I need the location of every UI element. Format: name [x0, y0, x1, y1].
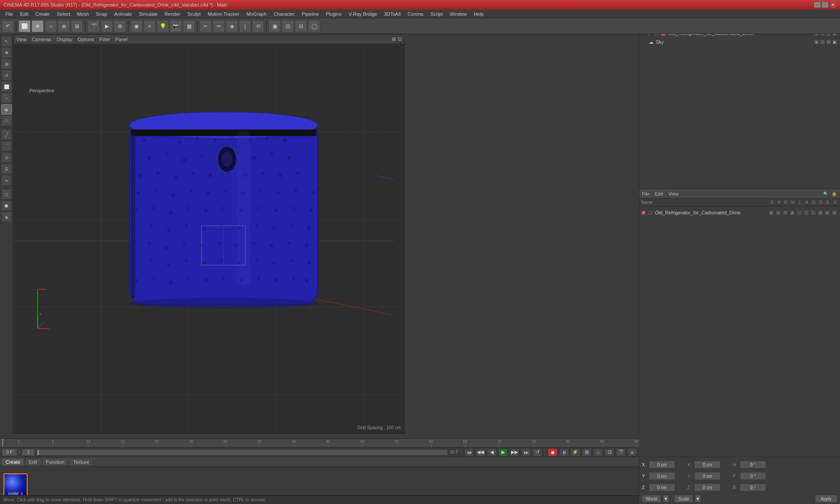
attr-icon-a[interactable]: ↑ [803, 210, 809, 216]
loop-btn[interactable]: ⟲ [252, 20, 264, 32]
tool-sculpt2[interactable]: ⬢ [1, 200, 12, 211]
frame-input[interactable] [2, 449, 17, 456]
xray-btn[interactable]: ⊡ [282, 20, 294, 32]
om-sky-icon2[interactable]: ○ [820, 39, 825, 45]
material-thumbnail[interactable]: cooler_c [4, 473, 28, 497]
object-item-sky[interactable]: ☁ Sky ● ○ ✓ ▶ [640, 38, 839, 46]
close-button[interactable]: ✕ [830, 2, 836, 8]
menu-item-file[interactable]: File [2, 10, 17, 18]
menu-item-plugins[interactable]: Plugins [322, 10, 345, 18]
viewport-canvas[interactable]: Perspective [14, 44, 404, 434]
floor-btn[interactable]: ▦ [183, 20, 195, 32]
attr-icon-r[interactable]: T [782, 210, 788, 216]
timeline-tick-20[interactable]: 20 [154, 439, 159, 447]
menu-item-help[interactable]: Help [470, 10, 487, 18]
render-settings-btn[interactable]: ⚙ [114, 20, 126, 32]
viewport-menu-filter[interactable]: Filter [99, 37, 110, 42]
viewport-menu-options[interactable]: Options [77, 37, 94, 42]
timeline-playhead[interactable] [2, 439, 3, 447]
timeline-tick-25[interactable]: 25 [189, 439, 193, 447]
timeline-tick-45[interactable]: 45 [326, 439, 330, 447]
om-sky-checkmark[interactable]: ✓ [826, 39, 831, 45]
menu-item-mesh[interactable]: Mesh [74, 10, 92, 18]
frame-step-input[interactable] [22, 449, 35, 456]
coord-x-input[interactable] [649, 461, 675, 469]
attr-icon-e[interactable]: D [824, 210, 830, 216]
knife-btn[interactable]: | [239, 20, 251, 32]
attr-icon-s[interactable]: ● [768, 210, 774, 216]
live-select-btn[interactable]: ⬜ [18, 20, 31, 32]
menu-item-script[interactable]: Script [427, 10, 446, 18]
am-menu-file[interactable]: File [642, 191, 650, 196]
coord-z2-input[interactable] [694, 483, 721, 491]
menu-item-snap[interactable]: Snap [92, 10, 111, 18]
timeline-scrubber[interactable] [37, 449, 448, 455]
timeline-area[interactable]: 051015202530354045505560657075808590 [0, 438, 639, 447]
timeline-tick-30[interactable]: 30 [223, 439, 228, 447]
pb-step-back[interactable]: ◀◀ [476, 448, 485, 456]
maximize-button[interactable]: □ [822, 2, 829, 8]
minimize-button[interactable]: ─ [814, 2, 821, 8]
am-menu-edit[interactable]: Edit [655, 191, 663, 196]
coord-x2-input[interactable] [694, 461, 721, 469]
menu-item-render[interactable]: Render [161, 10, 184, 18]
menu-item-simulate[interactable]: Simulate [135, 10, 161, 18]
scale2-btn[interactable]: ⊞ [71, 20, 83, 32]
attr-icon-d[interactable]: G [817, 210, 823, 216]
viewport-menu-display[interactable]: Display [56, 37, 72, 42]
am-lock-icon[interactable]: 🔒 [830, 190, 837, 197]
am-search-icon[interactable]: 🔍 [822, 190, 829, 197]
tool-scale2[interactable]: S [1, 164, 12, 174]
timeline-tick-85[interactable]: 85 [600, 439, 605, 447]
pb-mode7[interactable]: 🎬 [616, 448, 626, 456]
pb-mode2[interactable]: ⏸ [559, 448, 569, 456]
coord-p-input[interactable] [740, 472, 766, 480]
pb-mode4[interactable]: ⊞ [582, 448, 592, 456]
obj-btn[interactable]: ◉ [130, 20, 143, 32]
attr-icon-v[interactable]: ≡ [775, 210, 781, 216]
sculpt-btn[interactable]: ◈ [226, 20, 238, 32]
pb-goto-end[interactable]: ⏭ [521, 448, 531, 456]
pb-step-forward[interactable]: ▶▶ [510, 448, 519, 456]
display-btn[interactable]: ▣ [269, 20, 281, 32]
pb-mode3[interactable]: ⚡ [570, 448, 580, 456]
light-btn[interactable]: 💡 [157, 20, 169, 32]
attr-icon-l[interactable]: → [796, 210, 802, 216]
pb-loop[interactable]: ↺ [532, 448, 542, 456]
light2-btn[interactable]: ◯ [308, 20, 320, 32]
world-button[interactable]: World [642, 495, 661, 503]
undo-button[interactable]: ↶ [2, 20, 14, 32]
attr-icon-x[interactable]: X [831, 210, 837, 216]
viewport-menu-panel[interactable]: Panel [116, 37, 128, 42]
timeline-tick-75[interactable]: 75 [532, 439, 536, 447]
tool-sculpt1[interactable]: ⬡ [1, 189, 12, 200]
viewport-expand-icon[interactable]: ⊞ [392, 36, 396, 42]
tool-rotate[interactable]: ↺ [1, 70, 12, 80]
tool-live-select[interactable]: ◉ [1, 104, 12, 115]
tool-spline[interactable]: ∿ [1, 175, 12, 186]
coord-b-input[interactable] [740, 483, 766, 491]
timeline-tick-15[interactable]: 15 [120, 439, 125, 447]
timeline-tick-10[interactable]: 10 [86, 439, 91, 447]
pb-play-back[interactable]: ◀ [487, 448, 497, 456]
viewport-menu-cameras[interactable]: Cameras [32, 37, 52, 42]
timeline-tick-5[interactable]: 5 [52, 439, 54, 447]
scale-button[interactable]: Scale [674, 495, 693, 503]
pb-mode1[interactable]: ⏺ [548, 448, 557, 456]
coord-z-input[interactable] [649, 483, 675, 491]
menu-item-sculpt[interactable]: Sculpt [184, 10, 204, 18]
menu-item-corona[interactable]: Corona [404, 10, 427, 18]
timeline-tick-90[interactable]: 90 [634, 439, 639, 447]
rotate-btn[interactable]: ⊕ [58, 20, 70, 32]
attr-icon-m[interactable]: A [789, 210, 795, 216]
timeline-tick-80[interactable]: 80 [566, 439, 570, 447]
menu-item-motion-tracker[interactable]: Motion Tracker [204, 10, 243, 18]
pb-mode6[interactable]: ⊡ [605, 448, 614, 456]
menu-item-create[interactable]: Create [32, 10, 53, 18]
render-btn[interactable]: ▶ [101, 20, 113, 32]
am-menu-view[interactable]: View [668, 191, 679, 196]
menu-item-animate[interactable]: Animate [111, 10, 135, 18]
timeline-tick-40[interactable]: 40 [292, 439, 296, 447]
wire-btn[interactable]: ⊟ [295, 20, 307, 32]
render-region-btn[interactable]: 🎬 [88, 20, 100, 32]
